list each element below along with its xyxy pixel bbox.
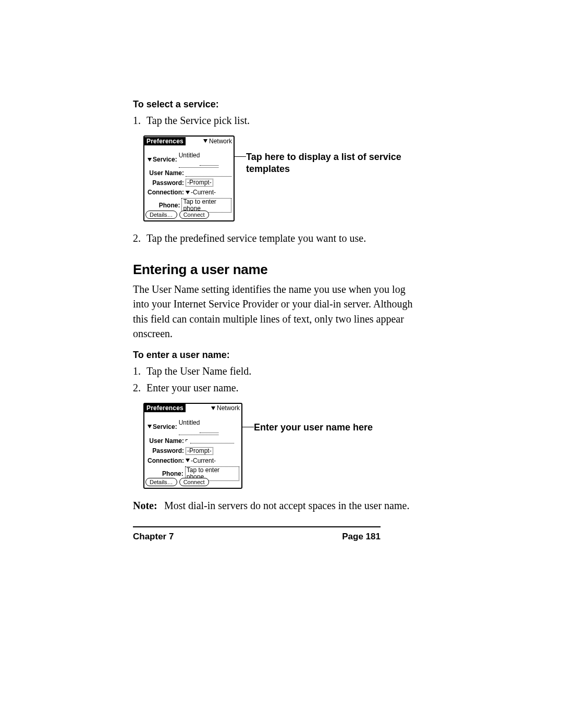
callout-enter-username: Enter your user name here (254, 403, 373, 434)
panel-title: Preferences (144, 404, 186, 412)
details-button[interactable]: Details… (145, 211, 177, 219)
step-1b: 1. Tap the User Name field. (133, 364, 422, 379)
entering-username-heading: Entering a user name (133, 262, 422, 278)
username-row[interactable]: User Name: (146, 169, 231, 177)
category-label: Network (217, 404, 240, 412)
step-number: 2. (133, 380, 146, 396)
connection-row[interactable]: Connection: -Current- (146, 189, 231, 196)
chevron-down-icon (203, 139, 207, 143)
chevron-down-icon (211, 406, 215, 410)
password-row[interactable]: Password: -Prompt- (146, 179, 231, 187)
note: Note: Most dial-in servers do not accept… (133, 498, 422, 513)
chevron-down-icon (186, 459, 190, 462)
username-input[interactable] (186, 437, 234, 445)
phone-label: Phone: (146, 470, 185, 477)
step-2b: 2. Enter your user name. (133, 380, 422, 396)
password-value[interactable]: -Prompt- (186, 179, 213, 187)
chevron-down-icon (148, 425, 152, 428)
service-row[interactable]: Service: Untitled (146, 419, 239, 435)
connection-value: -Current- (191, 457, 216, 464)
footer-rule (133, 526, 381, 527)
username-label: User Name: (146, 437, 186, 445)
step-number: 1. (133, 113, 146, 128)
category-picklist[interactable]: Network (211, 404, 240, 412)
callout-leader-line (235, 156, 246, 157)
to-enter-username-heading: To enter a user name: (133, 350, 422, 361)
connection-label: Connection: (146, 457, 186, 464)
service-label: Service: (153, 423, 177, 430)
step-1: 1. Tap the Service pick list. (133, 113, 422, 128)
username-paragraph: The User Name setting identifies the nam… (133, 282, 422, 341)
chevron-down-icon (148, 158, 152, 162)
service-value: Untitled (179, 152, 200, 159)
service-value: Untitled (179, 419, 200, 426)
figure-service-picklist: Preferences Network Service: Untitled (143, 135, 422, 221)
phone-label: Phone: (146, 202, 181, 209)
callout-leader-line (242, 427, 254, 427)
username-input[interactable] (186, 170, 231, 177)
footer-chapter: Chapter 7 (133, 532, 174, 542)
password-label: Password: (146, 447, 186, 454)
to-select-service-heading: To select a service: (133, 99, 422, 110)
step-text: Enter your user name. (146, 380, 239, 396)
step-2: 2. Tap the predefined service template y… (133, 231, 422, 246)
footer-page: Page 181 (342, 532, 381, 542)
note-label: Note: (133, 498, 164, 513)
service-label: Service: (153, 156, 177, 163)
panel-title: Preferences (144, 137, 186, 145)
category-label: Network (209, 138, 232, 145)
text-cursor-icon (186, 439, 188, 445)
callout-service-templates: Tap here to display a list of service te… (246, 135, 422, 175)
password-label: Password: (146, 179, 186, 187)
figure-enter-username: Preferences Network Service: Untitled (143, 403, 422, 489)
username-row[interactable]: User Name: (146, 437, 239, 445)
connection-label: Connection: (146, 189, 186, 196)
connection-row[interactable]: Connection: -Current- (146, 457, 239, 464)
chevron-down-icon (186, 191, 190, 194)
step-text: Tap the predefined service template you … (146, 231, 366, 246)
connection-value: -Current- (191, 189, 216, 196)
connect-button[interactable]: Connect (179, 478, 209, 486)
step-number: 2. (133, 231, 146, 246)
category-picklist[interactable]: Network (203, 138, 232, 145)
step-text: Tap the User Name field. (146, 364, 251, 379)
details-button[interactable]: Details… (145, 478, 177, 486)
service-row[interactable]: Service: Untitled (146, 152, 231, 167)
password-row[interactable]: Password: -Prompt- (146, 447, 239, 455)
step-text: Tap the Service pick list. (146, 113, 250, 128)
username-label: User Name: (146, 169, 186, 177)
password-value[interactable]: -Prompt- (186, 447, 213, 455)
palm-panel: Preferences Network Service: Untitled (143, 135, 235, 221)
note-text: Most dial-in servers do not accept space… (164, 498, 409, 513)
palm-panel: Preferences Network Service: Untitled (143, 403, 242, 489)
step-number: 1. (133, 364, 146, 379)
connect-button[interactable]: Connect (179, 211, 209, 219)
